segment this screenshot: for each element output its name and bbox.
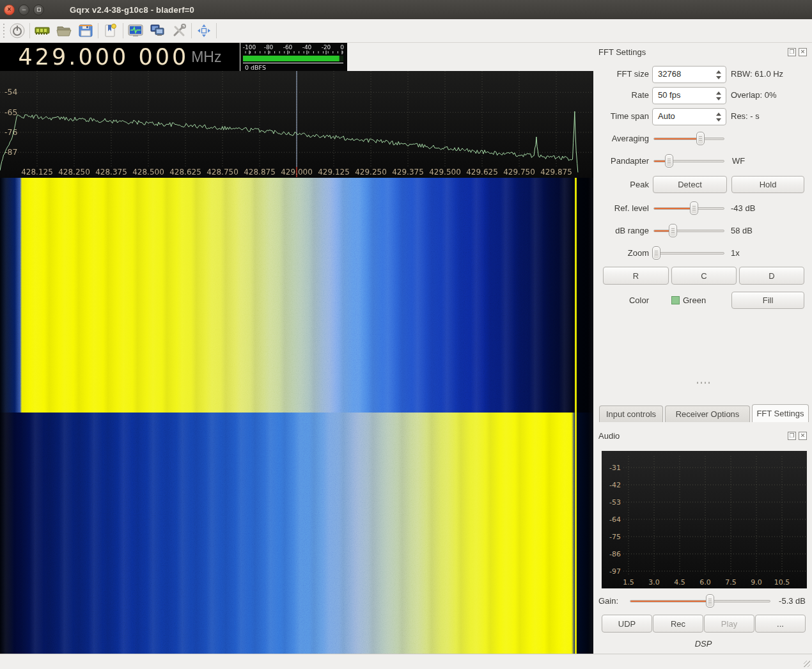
svg-text:428.875: 428.875 [244,168,276,177]
svg-text:-76: -76 [4,127,17,137]
pandapter-label: Pandapter [595,156,649,166]
waterfall-display[interactable] [0,178,593,654]
close-dock-icon[interactable]: ✕ [799,48,807,56]
fft-settings-title: FFT Settings [598,47,646,57]
timespan-spinbox[interactable]: Auto [652,108,726,125]
frequency-display[interactable]: 429.000 000 MHz [0,43,240,71]
svg-text:-100: -100 [243,44,256,51]
ref-level-value: -43 dB [731,203,755,213]
dock-splitter-handle[interactable] [697,382,710,384]
maximize-window-icon[interactable] [33,4,44,15]
svg-text:-64: -64 [609,516,621,524]
db-range-slider[interactable] [653,224,724,237]
signal-meter: -100-80-60-40-2000 dBFS [240,43,347,71]
svg-text:429.875: 429.875 [540,168,572,177]
gain-label: Gain: [598,596,618,606]
averaging-slider[interactable] [653,132,724,145]
waterfall-noise [0,178,593,654]
bookmark-icon [102,22,119,39]
fullscreen-button[interactable] [193,21,215,40]
color-swatch[interactable] [671,296,680,304]
gqrx-window: × – Gqrx v2.4-38-g10c8 - bladerf=0 [0,0,812,669]
zoom-slider[interactable] [653,246,724,260]
zoom-label: Zoom [595,248,649,258]
svg-text:-54: -54 [4,87,17,97]
audio-fft-display[interactable]: -31-42-53-64-75-86-971.53.04.56.07.59.01… [602,451,807,588]
svg-text:-75: -75 [609,533,621,541]
svg-text:429.625: 429.625 [466,168,498,177]
udp-button[interactable]: UDP [602,615,652,633]
resize-grip[interactable] [804,661,810,667]
svg-text:-40: -40 [302,44,312,51]
ref-level-slider[interactable] [653,201,724,215]
remote-computers-icon [149,22,166,39]
status-bar [0,654,812,669]
rec-button[interactable]: Rec [653,615,703,633]
bookmarks-button[interactable] [100,21,121,40]
averaging-label: Averaging [595,134,649,143]
reset-button[interactable]: R [603,267,669,285]
fullscreen-move-icon [196,22,212,39]
rate-spinbox[interactable]: 50 fps [652,87,726,104]
svg-text:0: 0 [340,44,344,51]
save-file-button[interactable] [75,21,97,40]
center-button[interactable]: C [671,267,737,285]
open-file-button[interactable] [53,21,75,40]
float-audio-dock-icon[interactable]: ❐ [788,432,796,440]
svg-text:-60: -60 [283,44,293,51]
close-audio-dock-icon[interactable]: ✕ [799,432,807,440]
gain-value: -5.3 dB [774,596,806,606]
pandapter-split-slider[interactable] [653,154,724,168]
svg-text:-20: -20 [322,44,331,51]
svg-text:428.750: 428.750 [207,168,238,177]
svg-text:429.375: 429.375 [392,168,424,177]
pandapter-spectrum[interactable]: -54-65-76-87428.125428.250428.375428.500… [0,71,593,178]
svg-text:7.5: 7.5 [725,578,737,586]
timespan-label: Time span [595,111,649,121]
svg-text:1.5: 1.5 [623,578,634,586]
svg-text:428.375: 428.375 [95,168,127,177]
svg-text:428.125: 428.125 [21,168,53,177]
fill-button[interactable]: Fill [731,292,804,309]
tab-fft-settings[interactable]: FFT Settings [752,404,809,422]
dsp-label: DSP [595,639,812,649]
more-button[interactable]: ... [755,615,806,633]
svg-text:-97: -97 [609,567,621,576]
scope-display-icon [127,22,144,39]
spectrum-display-button[interactable] [125,21,146,40]
audio-gain-slider[interactable] [630,594,770,608]
tab-input-controls[interactable]: Input controls [599,405,663,422]
peak-label: Peak [595,180,649,189]
wf-label: WF [732,156,745,166]
power-icon [9,22,26,39]
toolbar-drag-handle[interactable] [1,24,6,38]
right-panel: FFT Settings ❐ ✕ FFT size 32768 RBW: 61.… [595,43,812,654]
minimize-window-icon[interactable]: – [19,4,29,15]
db-range-label: dB range [595,226,649,235]
power-button[interactable] [6,21,28,40]
fft-size-spinbox[interactable]: 32768 [652,66,726,83]
fft-size-label: FFT size [595,69,649,79]
peak-detect-button[interactable]: Detect [653,176,727,193]
svg-text:-86: -86 [609,550,621,558]
save-icon [77,22,94,39]
frequency-unit: MHz [191,49,221,66]
rbw-value: RBW: 61.0 Hz [731,69,783,79]
rate-label: Rate [595,90,649,100]
float-dock-icon[interactable]: ❐ [788,48,796,56]
play-button[interactable]: Play [704,615,754,633]
window-title: Gqrx v2.4-38-g10c8 - bladerf=0 [70,5,194,15]
remote-control-button[interactable] [146,21,168,40]
tab-receiver-options[interactable]: Receiver Options [665,405,750,422]
settings-tools-button[interactable] [168,21,190,40]
titlebar[interactable]: × – Gqrx v2.4-38-g10c8 - bladerf=0 [0,0,812,19]
demod-button[interactable]: D [739,267,804,285]
frequency-value[interactable]: 429.000 000 [19,44,189,70]
overlap-value: Overlap: 0% [731,90,777,100]
svg-text:429.125: 429.125 [318,168,350,177]
peak-hold-button[interactable]: Hold [731,176,804,193]
svg-text:-31: -31 [609,464,621,472]
svg-text:429.000: 429.000 [281,168,313,177]
configure-io-device-button[interactable] [31,21,53,40]
close-window-icon[interactable]: × [4,4,15,15]
